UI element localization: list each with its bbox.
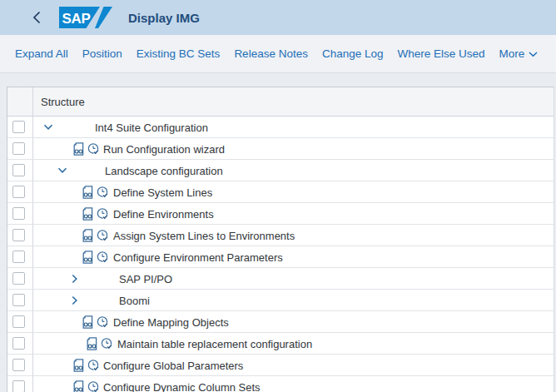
documentation-icon[interactable] (82, 315, 94, 329)
structure-column-header: Structure (33, 87, 85, 116)
row-checkbox-cell (7, 117, 33, 137)
documentation-icon[interactable] (72, 359, 85, 372)
tree-node-label[interactable]: Assign System Lines to Environments (113, 229, 295, 241)
row-checkbox[interactable] (12, 251, 25, 263)
tree-row-define-system-lines: Define System Lines (7, 181, 554, 203)
tree-row-define-mapping-objects: Define Mapping Objects (7, 311, 554, 333)
row-structure-cell: Define Environments (33, 203, 554, 224)
toolbar-item-label: Where Else Used (398, 47, 485, 60)
row-checkbox-cell (7, 311, 33, 332)
sap-logo: SAP (59, 7, 112, 28)
row-checkbox-cell (7, 138, 33, 159)
row-checkbox[interactable] (12, 380, 25, 392)
tree-node-label[interactable]: SAP PI/PO (119, 272, 172, 285)
tree-node-label[interactable]: Define Environments (113, 207, 214, 220)
activity-icon[interactable] (87, 142, 100, 156)
collapse-toggle[interactable] (43, 124, 53, 131)
chevron-down-icon[interactable] (43, 124, 53, 131)
row-checkbox[interactable] (12, 272, 25, 285)
documentation-icon[interactable] (82, 229, 94, 242)
more-menu-chevron-icon (529, 52, 538, 57)
row-checkbox[interactable] (12, 164, 25, 176)
row-checkbox-cell (7, 355, 33, 375)
documentation-icon[interactable] (82, 251, 94, 264)
toolbar-item-expand-all[interactable]: Expand All (15, 47, 68, 60)
documentation-icon[interactable] (72, 380, 85, 392)
tree-row-int4-suite-configuration: Int4 Suite Configuration (7, 117, 554, 138)
row-checkbox-cell (7, 181, 33, 202)
row-checkbox[interactable] (12, 294, 25, 306)
toolbar-item-more[interactable]: More (499, 47, 539, 60)
row-structure-cell: Run Configuration wizard (33, 138, 554, 159)
activity-icon[interactable] (101, 337, 113, 350)
row-checkbox[interactable] (12, 229, 25, 241)
tree-row-landscape-configuration: Landscape configuration (7, 160, 554, 181)
activity-icon[interactable] (97, 207, 109, 221)
checkbox-column-header (7, 87, 33, 116)
toolbar-item-where-else-used[interactable]: Where Else Used (398, 47, 485, 60)
row-checkbox-cell (7, 246, 33, 267)
tree-node-label[interactable]: Maintain table replacement configuration (117, 337, 312, 350)
activity-icons (72, 380, 100, 392)
chevron-right-icon[interactable] (72, 295, 78, 305)
app-header: SAP Display IMG (0, 0, 556, 35)
documentation-icon[interactable] (82, 207, 94, 221)
toolbar-item-release-notes[interactable]: Release Notes (234, 47, 308, 60)
activity-icon[interactable] (97, 251, 109, 264)
tree-row-define-environments: Define Environments (7, 203, 554, 225)
page-title: Display IMG (128, 11, 200, 25)
chevron-down-icon[interactable] (57, 167, 67, 174)
row-checkbox[interactable] (12, 142, 25, 155)
row-checkbox-cell (7, 268, 33, 289)
toolbar-item-existing-bc-sets[interactable]: Existing BC Sets (137, 47, 221, 60)
row-checkbox[interactable] (12, 186, 25, 198)
documentation-icon[interactable] (82, 186, 94, 199)
row-checkbox[interactable] (12, 121, 25, 133)
tree-node-label[interactable]: Configure Global Parameters (103, 359, 243, 371)
tree-node-label[interactable]: Int4 Suite Configuration (95, 121, 208, 133)
tree-node-label[interactable]: Configure Environment Parameters (113, 251, 283, 263)
activity-icon[interactable] (97, 315, 109, 329)
row-checkbox[interactable] (12, 315, 25, 328)
tree-row-run-configuration-wizard: Run Configuration wizard (7, 138, 554, 160)
tree-node-label[interactable]: Boomi (119, 294, 150, 306)
tree-row-configure-environment-parameters: Configure Environment Parameters (7, 246, 554, 268)
tree-row-maintain-table-replacement-configuration: Maintain table replacement configuration (7, 333, 554, 355)
collapse-toggle[interactable] (57, 167, 67, 174)
activity-icon[interactable] (87, 359, 100, 372)
activity-icon[interactable] (87, 380, 100, 392)
activity-icons (72, 142, 100, 156)
chevron-right-icon[interactable] (72, 274, 78, 284)
tree-row-configure-dynamic-column-sets: Configure Dynamic Column Sets (7, 376, 554, 392)
row-checkbox-cell (7, 203, 33, 224)
activity-icon[interactable] (97, 229, 109, 242)
row-checkbox-cell (7, 225, 33, 246)
activity-icon[interactable] (97, 186, 109, 199)
tree-node-label[interactable]: Configure Dynamic Column Sets (103, 380, 261, 392)
tree-node-label[interactable]: Landscape configuration (105, 164, 223, 176)
toolbar-item-position[interactable]: Position (82, 47, 122, 60)
tree-node-label[interactable]: Define Mapping Objects (113, 315, 229, 328)
row-checkbox-cell (7, 160, 33, 181)
row-structure-cell: Define System Lines (33, 181, 554, 202)
row-structure-cell: Maintain table replacement configuration (33, 333, 554, 354)
back-button[interactable] (32, 11, 42, 24)
toolbar-item-change-log[interactable]: Change Log (322, 47, 384, 60)
documentation-icon[interactable] (72, 142, 85, 156)
row-structure-cell: Assign System Lines to Environments (33, 225, 554, 246)
row-checkbox[interactable] (12, 359, 25, 371)
row-checkbox-cell (7, 376, 33, 392)
documentation-icon[interactable] (86, 337, 98, 350)
tree-node-label[interactable]: Define System Lines (113, 186, 212, 198)
row-checkbox[interactable] (12, 337, 25, 350)
toolbar-item-label: Change Log (322, 47, 384, 60)
expand-toggle[interactable] (72, 295, 78, 305)
row-checkbox[interactable] (12, 207, 25, 220)
expand-toggle[interactable] (72, 274, 78, 284)
activity-icons (82, 315, 109, 329)
tree-node-label[interactable]: Run Configuration wizard (103, 142, 225, 155)
row-structure-cell: SAP PI/PO (33, 268, 554, 289)
row-structure-cell: Int4 Suite Configuration (33, 117, 554, 137)
row-structure-cell: Configure Dynamic Column Sets (33, 376, 554, 392)
tree-row-boomi: Boomi (7, 290, 554, 311)
